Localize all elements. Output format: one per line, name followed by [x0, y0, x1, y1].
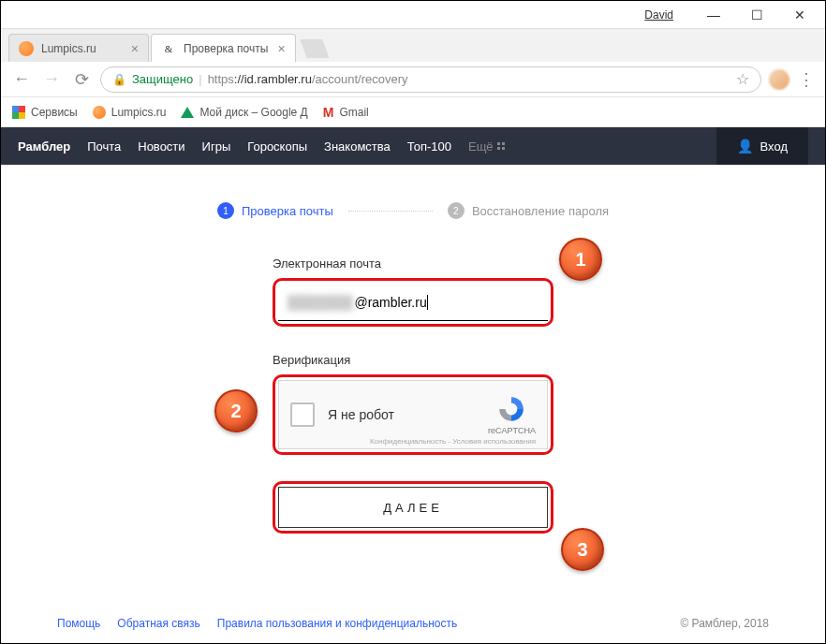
progress-steps: 1 Проверка почты 2 Восстановление пароля: [1, 202, 825, 219]
tab-title: Lumpics.ru: [41, 42, 96, 55]
page-content: 1 Проверка почты 2 Восстановление пароля…: [1, 165, 825, 644]
bookmark-star-icon[interactable]: ☆: [736, 70, 749, 88]
nav-horoscopes[interactable]: Гороскопы: [247, 139, 307, 154]
nav-games[interactable]: Игры: [202, 139, 231, 154]
window-close[interactable]: ✕: [778, 2, 821, 28]
email-input[interactable]: ███████ @rambler.ru: [278, 284, 548, 321]
gmail-icon: M: [323, 105, 334, 120]
nav-dating[interactable]: Знакомства: [324, 139, 391, 154]
footer-terms[interactable]: Правила пользования и конфиденциальность: [217, 617, 458, 630]
next-button[interactable]: ДАЛЕЕ: [278, 487, 548, 528]
nav-news[interactable]: Новости: [138, 139, 184, 154]
lock-icon: 🔒: [112, 73, 126, 86]
step-2: 2 Восстановление пароля: [448, 202, 609, 219]
step-connector: [348, 211, 433, 212]
highlight-next: ДАЛЕЕ: [273, 481, 553, 534]
callout-1: 1: [559, 238, 602, 281]
window-user: David: [644, 8, 673, 22]
secure-label: Защищено: [132, 72, 193, 86]
callout-3: 3: [561, 528, 604, 571]
site-nav: Рамблер Почта Новости Игры Гороскопы Зна…: [1, 127, 825, 165]
highlight-email: ███████ @rambler.ru: [273, 278, 553, 327]
bookmark-lumpics[interactable]: Lumpics.ru: [93, 106, 167, 119]
step-2-circle: 2: [448, 202, 465, 219]
tab-lumpics[interactable]: Lumpics.ru ×: [8, 34, 149, 62]
user-icon: 👤: [737, 139, 753, 154]
recovery-form: Электронная почта ███████ @rambler.ru Ве…: [273, 256, 553, 534]
text-caret: [427, 295, 428, 310]
page-footer: Помощь Обратная связь Правила пользовани…: [1, 617, 825, 630]
new-tab-button[interactable]: [300, 39, 329, 58]
recaptcha-links[interactable]: Конфиденциальность - Условия использован…: [370, 437, 536, 446]
footer-links: Помощь Обратная связь Правила пользовани…: [57, 617, 457, 630]
callout-2: 2: [214, 389, 258, 432]
grid-icon: [497, 142, 505, 150]
footer-copyright: © Рамблер, 2018: [680, 617, 769, 630]
tab-rambler[interactable]: & Проверка почты ×: [151, 34, 296, 62]
bookmark-gmail[interactable]: M Gmail: [323, 105, 369, 120]
lumpics-icon: [93, 106, 106, 119]
footer-feedback[interactable]: Обратная связь: [117, 617, 199, 630]
nav-mail[interactable]: Почта: [87, 139, 121, 154]
login-button[interactable]: 👤 Вход: [716, 127, 808, 165]
url-text: https://id.rambler.ru/account/recovery: [208, 72, 408, 86]
window-minimize[interactable]: —: [692, 2, 735, 28]
reload-icon[interactable]: ⟳: [70, 69, 93, 90]
browser-menu-icon[interactable]: ⋮: [797, 69, 816, 90]
window-titlebar: David — ☐ ✕: [1, 1, 825, 29]
bookmark-apps[interactable]: Сервисы: [12, 106, 78, 119]
tab-title: Проверка почты: [184, 42, 268, 55]
tab-close-icon[interactable]: ×: [122, 41, 139, 56]
footer-help[interactable]: Помощь: [57, 617, 100, 630]
extension-icon[interactable]: [769, 69, 789, 90]
email-label: Электронная почта: [273, 256, 553, 271]
back-icon[interactable]: ←: [10, 69, 33, 89]
forward-icon[interactable]: →: [40, 69, 63, 89]
nav-more[interactable]: Ещё: [468, 139, 505, 154]
recaptcha-label: Я не робот: [328, 407, 394, 422]
recaptcha-checkbox[interactable]: [290, 402, 315, 427]
highlight-captcha: Я не робот reCAPTCHA Конфиденциальность …: [273, 374, 553, 455]
step-2-label: Восстановление пароля: [472, 204, 609, 218]
step-1-circle: 1: [217, 202, 234, 219]
tab-favicon-rambler: &: [161, 41, 176, 56]
apps-icon: [12, 106, 25, 119]
bookmarks-bar: Сервисы Lumpics.ru Мой диск – Google Д M…: [1, 97, 825, 127]
tab-close-icon[interactable]: ×: [268, 41, 285, 56]
bookmark-drive[interactable]: Мой диск – Google Д: [181, 106, 307, 119]
tab-favicon-lumpics: [19, 41, 34, 56]
recaptcha-icon: [496, 394, 526, 424]
nav-brand[interactable]: Рамблер: [18, 139, 70, 154]
recaptcha-widget: Я не робот reCAPTCHA Конфиденциальность …: [278, 380, 548, 449]
recaptcha-logo: reCAPTCHA: [488, 394, 536, 435]
drive-icon: [181, 107, 194, 118]
browser-tabs: Lumpics.ru × & Проверка почты ×: [1, 29, 825, 62]
address-bar[interactable]: 🔒 Защищено | https://id.rambler.ru/accou…: [100, 66, 761, 93]
nav-top100[interactable]: Топ-100: [407, 139, 451, 154]
verify-label: Верификация: [273, 353, 553, 367]
browser-toolbar: ← → ⟳ 🔒 Защищено | https://id.rambler.ru…: [1, 62, 825, 97]
step-1-label: Проверка почты: [242, 204, 333, 218]
window-maximize[interactable]: ☐: [735, 2, 778, 28]
step-1: 1 Проверка почты: [217, 202, 333, 219]
